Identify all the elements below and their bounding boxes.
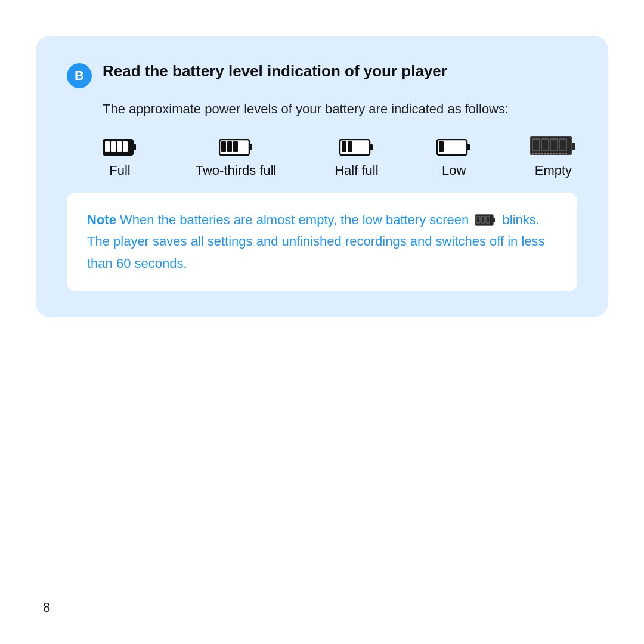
svg-rect-7 <box>249 144 252 150</box>
battery-icon-low <box>436 139 471 158</box>
svg-rect-35 <box>565 153 567 154</box>
svg-rect-1 <box>133 144 136 150</box>
note-text: Note When the batteries are almost empty… <box>87 209 557 274</box>
svg-rect-32 <box>556 153 558 154</box>
battery-label-full: Full <box>109 163 130 178</box>
svg-rect-27 <box>541 153 543 154</box>
svg-rect-5 <box>123 141 128 152</box>
svg-rect-3 <box>111 141 116 152</box>
svg-rect-17 <box>439 141 444 152</box>
svg-rect-8 <box>221 141 226 152</box>
svg-rect-9 <box>227 141 232 152</box>
header-row: B Read the battery level indication of y… <box>67 62 577 88</box>
note-text-content: When the batteries are almost empty, the… <box>116 212 473 227</box>
section-badge: B <box>67 63 92 88</box>
battery-label-low: Low <box>442 163 466 178</box>
battery-item-empty: Empty <box>530 135 577 178</box>
note-box: Note When the batteries are almost empty… <box>67 193 577 291</box>
svg-rect-24 <box>532 153 534 154</box>
section-title: Read the battery level indication of you… <box>103 62 447 80</box>
battery-item-low: Low <box>436 139 471 178</box>
svg-rect-26 <box>538 153 540 154</box>
page-number: 8 <box>43 600 50 615</box>
svg-rect-28 <box>544 153 546 154</box>
battery-item-half: Half full <box>335 139 378 178</box>
svg-rect-2 <box>105 141 110 152</box>
battery-icon-twothirds <box>219 139 253 158</box>
battery-label-half: Half full <box>335 163 378 178</box>
main-card: B Read the battery level indication of y… <box>36 36 608 317</box>
battery-label-empty: Empty <box>535 163 572 178</box>
svg-rect-33 <box>559 153 561 154</box>
svg-rect-31 <box>553 153 555 154</box>
battery-icon-half <box>339 139 374 158</box>
svg-rect-13 <box>342 141 346 152</box>
note-battery-icon <box>475 214 496 227</box>
svg-rect-14 <box>348 141 352 152</box>
svg-rect-34 <box>562 153 564 154</box>
section-subtitle: The approximate power levels of your bat… <box>103 99 577 119</box>
svg-rect-10 <box>233 141 238 152</box>
svg-rect-37 <box>493 218 495 222</box>
svg-rect-12 <box>370 144 373 150</box>
battery-item-twothirds: Two-thirds full <box>196 139 277 178</box>
svg-rect-30 <box>550 153 552 154</box>
battery-label-twothirds: Two-thirds full <box>196 163 277 178</box>
note-bold-label: Note <box>87 212 116 227</box>
battery-icon-empty <box>530 135 577 158</box>
svg-rect-29 <box>547 153 549 154</box>
svg-rect-19 <box>572 143 575 150</box>
battery-item-full: Full <box>103 139 137 178</box>
svg-rect-25 <box>535 153 537 154</box>
battery-levels-row: Full Two-thirds full Half full <box>103 135 577 178</box>
svg-rect-16 <box>467 144 470 150</box>
svg-rect-4 <box>117 141 122 152</box>
battery-icon-full <box>103 139 137 158</box>
